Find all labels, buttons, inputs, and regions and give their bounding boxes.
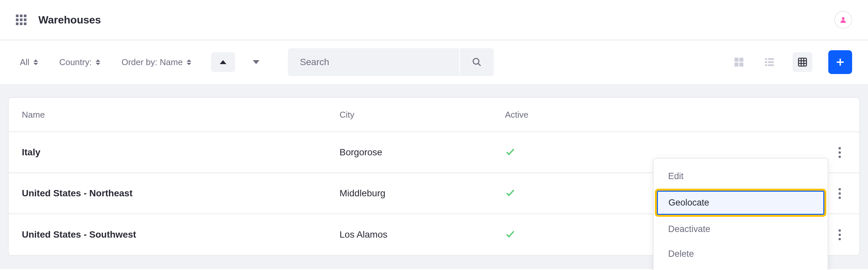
col-name: Name [22,110,340,120]
toolbar: All Country: Order by: Name [0,40,868,84]
content-area: Name City Active Italy Borgorose United … [0,84,868,269]
cell-city: Borgorose [340,147,505,158]
table-header: Name City Active [9,98,859,132]
sort-caret-icon [187,60,191,65]
svg-rect-5 [735,63,739,66]
svg-point-1 [473,59,479,64]
table-row[interactable]: United States - Northeast Middleburg Edi… [9,173,859,214]
svg-line-2 [478,63,481,66]
svg-rect-11 [765,64,767,66]
sort-desc-button[interactable] [244,52,268,72]
view-list-button[interactable] [762,55,777,69]
cell-active [505,146,806,158]
menu-edit[interactable]: Edit [654,164,828,189]
check-icon [505,229,516,239]
view-switcher [732,52,812,72]
user-avatar[interactable] [834,11,852,29]
row-actions-button[interactable] [833,224,846,245]
search-button[interactable] [459,48,494,76]
cell-name: United States - Northeast [22,188,340,199]
filter-order-by-label: Order by: Name [121,57,183,67]
svg-rect-10 [768,61,774,63]
check-icon [505,188,516,198]
svg-rect-12 [768,64,774,66]
row-actions-button[interactable] [833,183,846,204]
search-icon [472,57,482,67]
table-icon [797,57,808,67]
list-icon [764,57,775,67]
view-cards-button[interactable] [732,55,746,69]
app-header: Warehouses [0,0,868,40]
filter-country-label: Country: [59,57,92,67]
page-title: Warehouses [38,14,101,26]
svg-rect-4 [739,58,743,62]
plus-icon [835,57,845,67]
cell-city: Middleburg [340,188,505,199]
filter-order-by[interactable]: Order by: Name [111,52,202,72]
triangle-down-icon [253,60,259,64]
cards-icon [734,57,744,67]
svg-rect-7 [765,58,767,60]
svg-rect-8 [768,58,774,60]
svg-rect-9 [765,61,767,63]
filter-all-label: All [20,57,29,67]
svg-rect-13 [799,58,806,66]
apps-icon[interactable] [16,14,27,25]
cell-city: Los Alamos [340,229,505,240]
col-active: Active [505,110,806,120]
svg-rect-3 [735,58,739,62]
user-icon [839,16,847,24]
menu-geolocate[interactable]: Geolocate [657,191,824,215]
col-city: City [340,110,505,120]
svg-point-0 [842,17,844,20]
check-icon [505,146,516,157]
cell-name: United States - Southwest [22,229,340,240]
warehouses-table: Name City Active Italy Borgorose United … [8,97,860,256]
view-table-button[interactable] [793,52,812,72]
sort-asc-button[interactable] [211,52,235,72]
row-actions-button[interactable] [833,142,846,163]
menu-delete[interactable]: Delete [654,242,828,266]
row-actions-menu: Edit Geolocate Deactivate Delete [653,158,828,270]
cell-name: Italy [22,147,340,158]
triangle-up-icon [220,60,226,64]
search-wrap [288,48,494,76]
sort-caret-icon [96,60,100,65]
menu-deactivate[interactable]: Deactivate [654,217,828,242]
search-input[interactable] [288,48,459,76]
svg-rect-6 [739,63,743,66]
filter-all[interactable]: All [16,52,49,72]
filter-country[interactable]: Country: [49,52,111,72]
add-button[interactable] [828,50,852,74]
sort-caret-icon [33,60,38,65]
